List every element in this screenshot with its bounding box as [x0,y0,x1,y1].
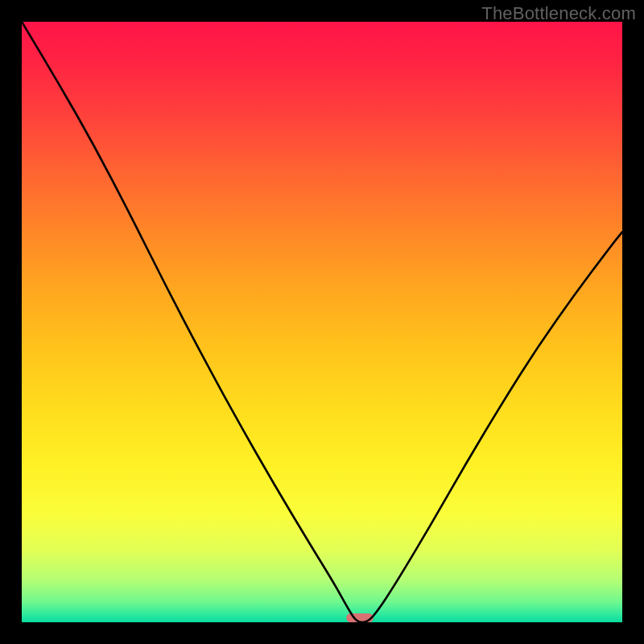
plot-svg [22,22,622,622]
gradient-background [22,22,622,622]
watermark-text: TheBottleneck.com [481,3,636,24]
chart-frame: TheBottleneck.com [0,0,644,644]
plot-area [22,22,622,622]
